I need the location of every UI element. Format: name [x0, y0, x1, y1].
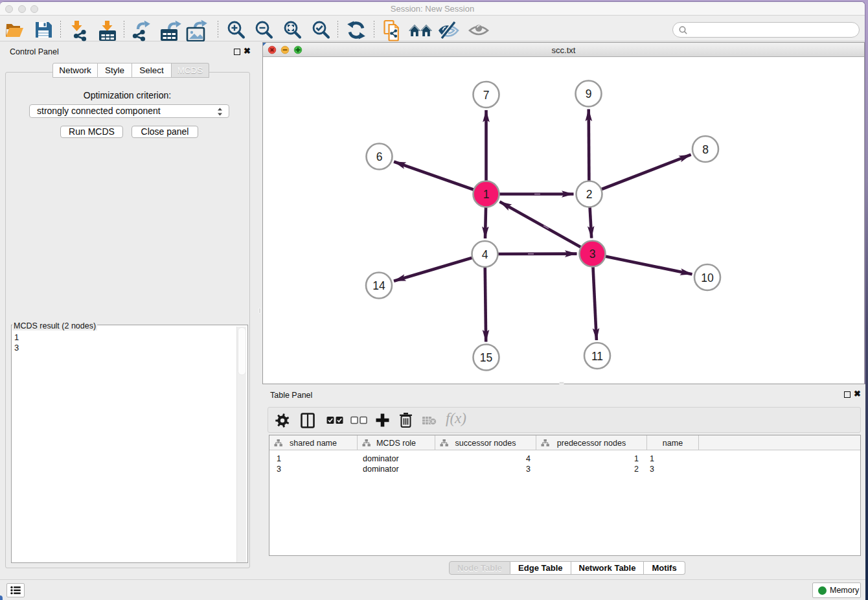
svg-text:9: 9: [586, 87, 592, 100]
svg-text:4: 4: [482, 248, 488, 261]
svg-text:8: 8: [702, 143, 709, 156]
svg-text:11: 11: [591, 350, 603, 363]
svg-text:7: 7: [483, 89, 490, 102]
svg-text:15: 15: [480, 351, 492, 364]
svg-text:6: 6: [376, 150, 383, 163]
svg-text:14: 14: [372, 279, 385, 292]
svg-text:2: 2: [586, 188, 593, 201]
svg-text:1: 1: [483, 188, 490, 201]
svg-text:3: 3: [589, 248, 596, 260]
svg-text:10: 10: [701, 271, 714, 284]
